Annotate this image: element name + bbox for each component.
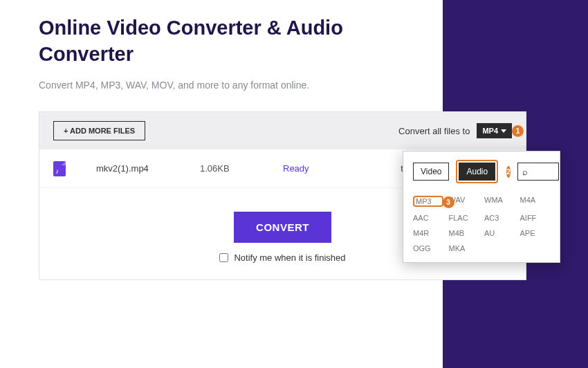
convert-all-to: Convert all files to MP4	[398, 123, 512, 138]
convert-button[interactable]: CONVERT	[234, 212, 331, 243]
notify-checkbox[interactable]	[219, 253, 228, 262]
add-more-files-button[interactable]: + ADD MORE FILES	[53, 121, 145, 140]
format-option-aiff[interactable]: AIFF	[520, 214, 551, 222]
format-option-ape[interactable]: APE	[520, 229, 551, 237]
page-subtitle: Convert MP4, MP3, WAV, MOV, and more to …	[39, 80, 588, 91]
format-option-au[interactable]: AU	[484, 229, 515, 237]
file-size: 1.06KB	[200, 163, 283, 174]
annotation-3: 3	[443, 196, 454, 208]
format-grid: MP3 3 WAV WMA M4A AAC FLAC AC3 AIFF M4R …	[413, 196, 550, 252]
panel-header: + ADD MORE FILES Convert all files to MP…	[39, 112, 526, 149]
annotation-2: 2	[506, 166, 511, 178]
convert-all-label: Convert all files to	[398, 126, 470, 136]
format-label: MP3	[416, 197, 432, 205]
tab-audio[interactable]: Audio	[459, 163, 495, 181]
format-option-m4a[interactable]: M4A	[520, 196, 551, 207]
format-option-flac[interactable]: FLAC	[449, 214, 479, 222]
tab-video[interactable]: Video	[413, 163, 449, 181]
page-title: Online Video Converter & Audio Converter	[39, 15, 426, 67]
format-option-aac[interactable]: AAC	[413, 214, 443, 222]
format-option-ac3[interactable]: AC3	[484, 214, 515, 222]
format-option-m4r[interactable]: M4R	[413, 229, 443, 237]
dropdown-tabs: Video Audio 2	[413, 160, 550, 183]
file-status: Ready	[283, 163, 359, 174]
format-selected-value: MP4	[482, 127, 498, 135]
format-option-m4b[interactable]: M4B	[449, 229, 479, 237]
notify-row: Notify me when it is finished	[219, 252, 345, 263]
notify-label: Notify me when it is finished	[234, 252, 345, 263]
file-type-icon	[53, 161, 66, 176]
annotation-highlight-2: Audio	[456, 160, 498, 183]
format-select-dropdown[interactable]: MP4	[477, 123, 512, 138]
annotation-1: 1	[512, 125, 524, 137]
format-search-input[interactable]	[517, 163, 559, 181]
format-option-wma[interactable]: WMA	[484, 196, 515, 207]
file-name: mkv2(1).mp4	[96, 163, 200, 174]
format-dropdown-panel: Video Audio 2 MP3 3 WAV WMA M4A AAC FLAC…	[403, 151, 560, 263]
format-option-mka[interactable]: MKA	[449, 244, 479, 252]
format-option-ogg[interactable]: OGG	[413, 244, 443, 252]
chevron-down-icon	[501, 129, 506, 133]
format-option-mp3[interactable]: MP3 3	[413, 196, 443, 207]
